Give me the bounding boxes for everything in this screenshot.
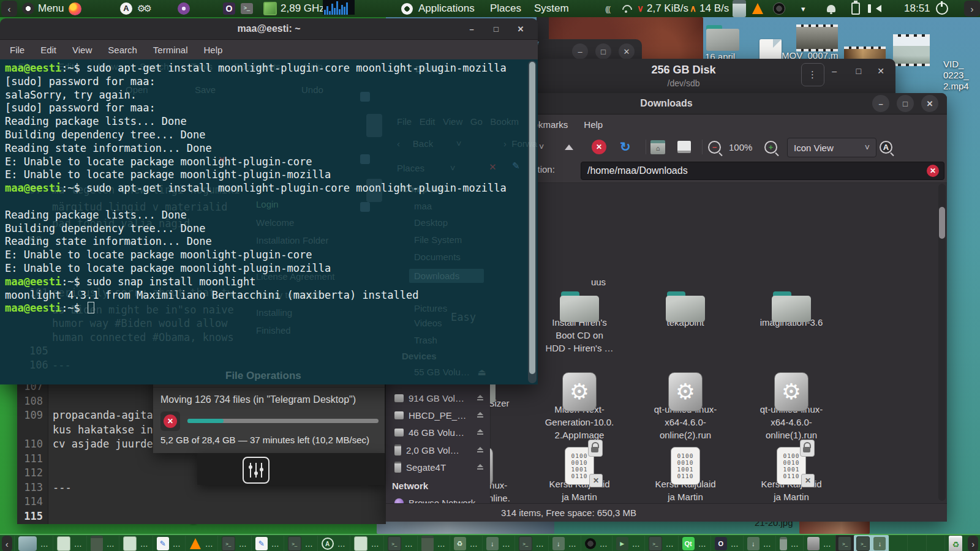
taskbar-window-button[interactable]: >_… (217, 536, 251, 551)
taskbar-window-button[interactable]: A… (317, 536, 350, 551)
terminal-titlebar[interactable]: maa@eesti: ~ –□✕ (0, 18, 538, 40)
close-button[interactable]: ✕ (512, 20, 529, 37)
taskbar-window-button[interactable]: … (53, 536, 86, 551)
search-badge-icon[interactable]: A (120, 0, 132, 17)
sidebar-item-2-0-gb-vol[interactable]: 2,0 GB Vol… (386, 442, 490, 458)
taskbar-window-button[interactable]: … (581, 536, 612, 551)
maximize-button[interactable]: □ (595, 43, 611, 59)
gears-icon[interactable]: ⚙⚙ (137, 0, 150, 17)
video-thumbnail-icon[interactable] (796, 24, 838, 51)
bell-icon[interactable] (827, 0, 835, 17)
volume-waves-icon[interactable]: ((( (605, 0, 609, 17)
eject-icon[interactable] (477, 429, 484, 435)
terminal-menu-search[interactable]: Search (108, 45, 137, 55)
taskbar-window-button[interactable]: >_… (644, 536, 678, 551)
computer-button[interactable] (677, 138, 691, 156)
file-item-tekapoint[interactable]: tekapoint (636, 291, 734, 329)
taskbar-window-button[interactable]: Qt… (678, 536, 710, 551)
zoom-out-button[interactable]: − (708, 138, 721, 156)
applications-menu[interactable]: Applications (418, 0, 475, 17)
file-item-install-hiren-s-boot-cd-on-hdd-hiren-s[interactable]: Install Hiren's Boot CD on HDD - Hiren's… (530, 291, 628, 354)
close-button[interactable]: ✕ (877, 66, 884, 76)
zoom-in-button[interactable]: + (764, 138, 777, 156)
cancel-operation-button[interactable]: ✕ (160, 411, 180, 431)
taskbar-window-button[interactable]: … (185, 536, 217, 551)
taskbar-window-button[interactable]: >_… (383, 536, 417, 551)
video-thumbnail-icon[interactable] (893, 34, 930, 66)
taskbar-window-button[interactable]: ▶… (612, 536, 644, 551)
sidebar-item-hbcd-pe[interactable]: HBCD_PE_… (386, 407, 490, 423)
terminal-badge-icon[interactable]: >_ (241, 0, 253, 17)
maximize-button[interactable]: □ (488, 20, 505, 37)
chevron-left-icon[interactable]: ‹ (1, 1, 17, 17)
taskbar-window-button[interactable]: >_ (835, 535, 854, 551)
taskbar-window-button[interactable]: >_… (514, 536, 548, 551)
terminal-menu-view[interactable]: View (72, 45, 92, 55)
power-icon[interactable] (936, 0, 948, 17)
reload-button[interactable]: ↻ (620, 138, 631, 156)
eject-icon[interactable] (477, 464, 484, 470)
maximize-button[interactable]: □ (897, 95, 914, 112)
taskbar-chevron-left-icon[interactable]: ‹ (2, 536, 12, 551)
eject-icon[interactable] (477, 447, 484, 453)
speaker-icon[interactable] (876, 0, 881, 17)
taskbar-window-button[interactable]: ↓… (548, 536, 581, 551)
firefox-icon[interactable] (69, 0, 81, 17)
terminal-menu-edit[interactable]: Edit (40, 45, 56, 55)
file-item-midori-next-generation-10-0-2-appimage[interactable]: ⚙Midori-Next- Generation-10.0. 2.AppImag… (530, 372, 628, 441)
taskbar-window-button[interactable]: ↓… (743, 536, 775, 551)
file-item-imagination-3-6[interactable]: imagination-3.6 (742, 291, 840, 329)
system-menu[interactable]: System (534, 0, 569, 17)
file-item-kersti-kaljulaid-ja-martin-mutov-vab[interactable]: 0100001010010110Kersti Kaljulaid ja Mart… (636, 447, 734, 503)
taskbar-window-button[interactable]: ↓… (482, 536, 514, 551)
taskbar-window-button[interactable]: ✎… (251, 536, 284, 551)
taskbar-window-button[interactable]: … (119, 536, 153, 551)
sidebar-item-914-gb-vol[interactable]: 914 GB Vol… (386, 390, 490, 406)
battery-icon[interactable] (851, 0, 860, 17)
lens-icon[interactable] (773, 0, 785, 17)
close-button[interactable]: ✕ (619, 43, 635, 59)
taskbar-trash-button[interactable]: ♻ (944, 536, 966, 551)
disks-menu-button[interactable]: ⋮ (801, 63, 824, 86)
taskbar-window-button[interactable]: … (803, 536, 835, 551)
menu-logo-icon[interactable] (22, 0, 34, 17)
file-list-area[interactable]: uusyt_dlpInstall Hiren's Boot CD on HDD … (490, 182, 939, 503)
menu-help[interactable]: Help (584, 119, 603, 130)
terminal-menu-terminal[interactable]: Terminal (153, 45, 188, 55)
ubuntu-logo-icon[interactable] (401, 0, 413, 17)
terminal-menu-file[interactable]: File (10, 45, 24, 55)
desktop-folder-icon[interactable] (706, 25, 739, 51)
view-mode-dropdown[interactable]: Icon View˅ (787, 138, 876, 157)
sidebar-item-46-gb-volu[interactable]: 46 GB Volu… (386, 424, 490, 440)
taskbar-window-button[interactable]: … (86, 536, 119, 551)
file-cabinet-icon[interactable] (733, 0, 746, 17)
terminal-content[interactable]: maa@eesti:~$ sudo apt-get install moonli… (0, 59, 538, 384)
wifi-icon[interactable] (621, 0, 631, 17)
sidebar-item-network[interactable]: Network (386, 478, 496, 493)
forward-dropdown-icon[interactable]: ˅ (539, 138, 544, 156)
close-button[interactable]: ✕ (921, 95, 938, 112)
stop-button[interactable]: ✕ (592, 138, 606, 156)
tor-icon[interactable] (178, 0, 190, 17)
taskbar-window-button[interactable]: … (14, 536, 53, 551)
terminal-menu-help[interactable]: Help (204, 45, 223, 55)
chevron-right-icon[interactable]: › (964, 1, 980, 17)
minimize-button[interactable]: – (572, 43, 588, 59)
vlc-icon[interactable] (752, 0, 763, 17)
home-button[interactable]: ⌂ (650, 138, 665, 156)
taskbar-window-button[interactable]: >_… (284, 536, 317, 551)
taskbar-window-button[interactable]: … (350, 536, 383, 551)
minimize-button[interactable]: – (872, 95, 889, 112)
maximize-button[interactable]: □ (856, 66, 861, 76)
up-button[interactable] (565, 138, 573, 156)
file-item-kersti-kaljulaid-ja-martin-mutov-vab[interactable]: 0100001010010110✕Kersti Kaljulaid ja Mar… (530, 447, 628, 503)
sidebar-item-segate4t[interactable]: Segate4T (386, 459, 490, 475)
taskbar-active-window-group[interactable]: >_↓ (854, 535, 889, 551)
eject-icon[interactable] (477, 412, 484, 418)
file-item-qt-unified-linux-x64-4-6-0-online-run[interactable]: ⚙qt-unified-linux- x64-4.6.0-online. run (490, 447, 525, 503)
minimize-button[interactable]: – (832, 66, 837, 76)
file-item-kersti-kaljulaid-ja-martin-mutov-vab[interactable]: 0100001010010110✕Kersti Kaljulaid ja Mar… (742, 447, 840, 503)
eject-icon[interactable] (477, 395, 484, 401)
file-item-qt-unified-linux-x64-4-6-0-online-1-run[interactable]: ⚙qt-unified-linux- x64-4.6.0- online(1).… (742, 372, 840, 441)
dropdown-triangle-icon[interactable]: ▾ (801, 0, 805, 17)
